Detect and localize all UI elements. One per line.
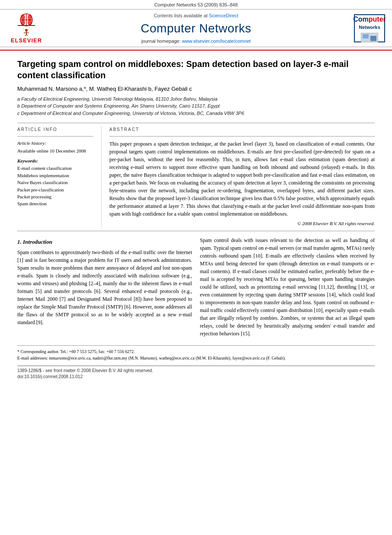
affiliations: a Faculty of Electrical Engineering, Uni… xyxy=(17,96,375,117)
journal-homepage-link[interactable]: www.elsevier.com/locate/comnet xyxy=(182,38,251,44)
svg-point-4 xyxy=(21,14,25,20)
keyword-3: Naïve Bayes classification xyxy=(17,179,93,186)
elsevier-tree-icon xyxy=(13,12,39,36)
divider-article-info xyxy=(17,136,93,137)
intro-title: 1. Introduction xyxy=(17,238,192,246)
affiliation-c: c Department of Electrical and Computer … xyxy=(17,110,375,117)
journal-meta: Computer Networks 53 (2009) 835–848 xyxy=(0,0,392,9)
journal-homepage: journal homepage: www.elsevier.com/locat… xyxy=(46,38,346,45)
cn-logo-box: Computer Networks xyxy=(354,14,385,42)
article-title: Targeting spam control on middleboxes: S… xyxy=(17,58,375,81)
affiliation-a: a Faculty of Electrical Engineering, Uni… xyxy=(17,96,375,103)
article-info-abstract: ARTICLE INFO Article history: Available … xyxy=(17,127,375,227)
svg-rect-14 xyxy=(363,34,369,38)
elsevier-text: ELSEVIER xyxy=(11,37,42,45)
abstract-col: ABSTRACT This paper proposes a spam dete… xyxy=(102,127,375,227)
copyright: © 2008 Elsevier B.V. All rights reserved… xyxy=(109,220,375,227)
keyword-5: Packet processing xyxy=(17,194,93,200)
svg-rect-15 xyxy=(370,36,376,41)
footnotes: * Corresponding author. Tel.: +60 7 553 … xyxy=(17,345,375,361)
svg-line-11 xyxy=(25,35,26,36)
bottom-bar: 1389-1286/$ - see front matter © 2008 El… xyxy=(17,366,375,380)
keyword-1: E-mail content classification xyxy=(17,165,93,172)
intro-left-text: Spam contributes to approximately two-th… xyxy=(17,248,192,326)
footnote-corresponding: * Corresponding author. Tel.: +60 7 553 … xyxy=(17,348,375,355)
journal-header: Computer Networks 53 (2009) 835–848 xyxy=(0,0,392,51)
cn-logo: Computer Networks xyxy=(346,14,385,42)
svg-point-6 xyxy=(21,19,25,25)
abstract-heading: ABSTRACT xyxy=(109,127,375,133)
sciencedirect-label: Contents lists available at ScienceDirec… xyxy=(46,13,346,19)
keyword-2: Middlebox implementation xyxy=(17,172,93,179)
divider-abstract xyxy=(109,136,375,137)
intro-left: 1. Introduction Spam contributes to appr… xyxy=(17,236,192,340)
article-info-col: ARTICLE INFO Article history: Available … xyxy=(17,127,102,227)
svg-point-5 xyxy=(28,14,32,20)
divider-1 xyxy=(17,123,375,123)
divider-2 xyxy=(17,231,375,231)
keyword-4: Packet pre-classification xyxy=(17,187,93,193)
abstract-text: This paper proposes a spam detection tec… xyxy=(109,140,375,218)
keywords-label: Keywords: xyxy=(17,158,93,164)
footnote-emails: E-mail addresses: mmarsono@ece.uvic.ca, … xyxy=(17,355,375,361)
journal-banner: ELSEVIER Contents lists available at Sci… xyxy=(0,9,392,47)
journal-title-center: Contents lists available at ScienceDirec… xyxy=(46,13,346,45)
affiliation-b: b Department of Computer and Systems Eng… xyxy=(17,102,375,110)
issn-line: 1389-1286/$ - see front matter © 2008 El… xyxy=(17,368,375,374)
intro-right-text: Spam control deals with issues relevant … xyxy=(200,236,375,338)
article-info-heading: ARTICLE INFO xyxy=(17,127,93,133)
doi-line: doi:10.1016/j.comnet.2008.11.012 xyxy=(17,374,375,380)
intro-right: Spam control deals with issues relevant … xyxy=(200,236,375,340)
svg-point-8 xyxy=(25,29,28,32)
article-content: Targeting spam control on middleboxes: S… xyxy=(0,51,392,388)
introduction-section: 1. Introduction Spam contributes to appr… xyxy=(17,236,375,340)
elsevier-logo: ELSEVIER xyxy=(7,12,46,45)
article-history-value: Available online 10 December 2008 xyxy=(17,148,93,154)
cn-logo-networks: Networks xyxy=(359,24,380,31)
svg-line-12 xyxy=(26,35,28,36)
page: Computer Networks 53 (2009) 835–848 xyxy=(0,0,392,535)
article-history-label: Article history: xyxy=(17,140,93,146)
journal-name: Computer Networks xyxy=(46,20,346,37)
keyword-6: Spam detection xyxy=(17,201,93,207)
authors: Muhammad N. Marsono a,*, M. Watheq El-Kh… xyxy=(17,85,375,93)
svg-point-7 xyxy=(28,19,32,25)
sciencedirect-link[interactable]: ScienceDirect xyxy=(209,13,238,18)
